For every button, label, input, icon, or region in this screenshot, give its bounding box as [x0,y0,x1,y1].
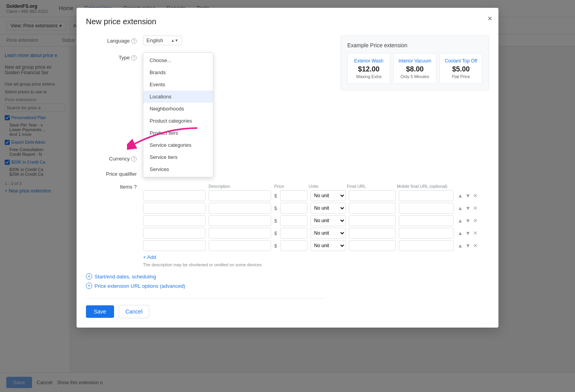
example-title: Example Price extension [347,42,482,48]
items-section: Items ? Description Price Units Final UR… [86,184,325,267]
dropdown-product-categories[interactable]: Product categories [143,115,213,127]
dropdown-choose[interactable]: Choose... [143,54,213,66]
add-link[interactable]: + Add [143,254,156,260]
dropdown-locations[interactable]: Locations [143,91,213,103]
example-price-extension: Example Price extension Exterior Wash $1… [341,36,489,91]
currency-help-icon[interactable]: ? [131,156,137,162]
dropdown-services[interactable]: Services [143,163,213,175]
modal-close-button[interactable]: × [488,14,492,23]
item-price-3[interactable] [280,215,307,226]
url-options-expandable[interactable]: + Price extension URL options (advanced) [86,283,325,289]
new-price-extension-modal: New price extension × Language ? English… [77,8,498,328]
item-title-5[interactable] [143,240,205,251]
modal-overlay: New price extension × Language ? English… [0,0,575,390]
price-card-sub-1: Only 5 Minutes [398,74,431,79]
item-desc-1[interactable] [209,190,271,201]
col-units-header: Units [309,184,344,189]
item-desc-4[interactable] [209,228,271,239]
item-price-2[interactable] [280,203,307,214]
language-row: Language ? English ▲▼ [86,36,325,45]
price-card-1: Interior Vacuum $8.00 Only 5 Minutes [393,53,436,84]
scheduling-expandable[interactable]: + Start/end dates, scheduling [86,273,325,280]
dropdown-product-tiers[interactable]: Product tiers [143,127,213,139]
type-dropdown-menu: Choose... Brands Events Locations Neighb… [143,52,213,177]
item-price-4[interactable] [280,228,307,239]
item-desc-5[interactable] [209,240,271,251]
scheduling-label: Start/end dates, scheduling [95,274,156,280]
currency-label: Currency ? [86,153,137,162]
item-desc-2[interactable] [209,203,271,214]
url-options-label: Price extension URL options (advanced) [95,283,185,289]
language-select-button[interactable]: English ▲▼ [143,36,182,45]
type-help-icon[interactable]: ? [131,55,137,61]
url-options-expand-icon: + [86,283,92,289]
price-card-sub-0: Waxing Extra [352,74,385,79]
dropdown-service-tiers[interactable]: Service tiers [143,151,213,163]
price-card-amount-0: $12.00 [352,65,385,73]
col-price-header: Price [274,184,305,189]
dropdown-events[interactable]: Events [143,78,213,91]
modal-save-button[interactable]: Save [86,305,114,318]
item-title-2[interactable] [143,203,205,214]
modal-footer: Save Cancel [86,298,325,318]
item-title-4[interactable] [143,228,205,239]
modal-example: Example Price extension Exterior Wash $1… [341,36,489,318]
item-price-5[interactable] [280,240,307,251]
language-dropdown-arrow: ▲▼ [171,38,179,43]
dropdown-brands[interactable]: Brands [143,66,213,78]
items-label: Items ? [86,184,137,190]
dropdown-service-categories[interactable]: Service categories [143,139,213,151]
price-card-title-2: Coolant Top Off [445,58,477,64]
scheduling-expand-icon: + [86,273,92,280]
col-desc-header: Description [209,184,271,189]
item-title-3[interactable] [143,215,205,226]
item-price-1[interactable] [280,190,307,201]
price-card-amount-2: $5.00 [445,65,477,73]
modal-form: Language ? English ▲▼ Type [86,36,325,318]
price-card-amount-1: $8.00 [398,65,431,73]
language-label: Language ? [86,36,137,44]
price-cards: Exterior Wash $12.00 Waxing Extra Interi… [347,53,482,84]
type-label: Type ? [86,52,137,61]
language-select-container: English ▲▼ [143,36,325,45]
modal-cancel-button[interactable]: Cancel [119,305,149,318]
modal-body: Language ? English ▲▼ Type [86,36,489,318]
language-help-icon[interactable]: ? [131,38,137,44]
price-card-0: Exterior Wash $12.00 Waxing Extra [347,53,390,84]
items-help-icon[interactable]: ? [134,184,137,190]
dropdown-neighborhoods[interactable]: Neighborhoods [143,103,213,115]
modal-title: New price extension [86,17,489,26]
price-card-sub-2: Flat Price [445,74,477,79]
price-card-2: Coolant Top Off $5.00 Flat Price [439,53,482,84]
item-title-1[interactable] [143,190,205,201]
price-card-title-1: Interior Vacuum [398,58,431,64]
item-desc-3[interactable] [209,215,271,226]
type-row: Type ? Choose... Brands Events Locations… [86,52,325,61]
price-card-title-0: Exterior Wash [352,58,385,64]
price-qualifier-label: Price qualifier [86,169,137,177]
